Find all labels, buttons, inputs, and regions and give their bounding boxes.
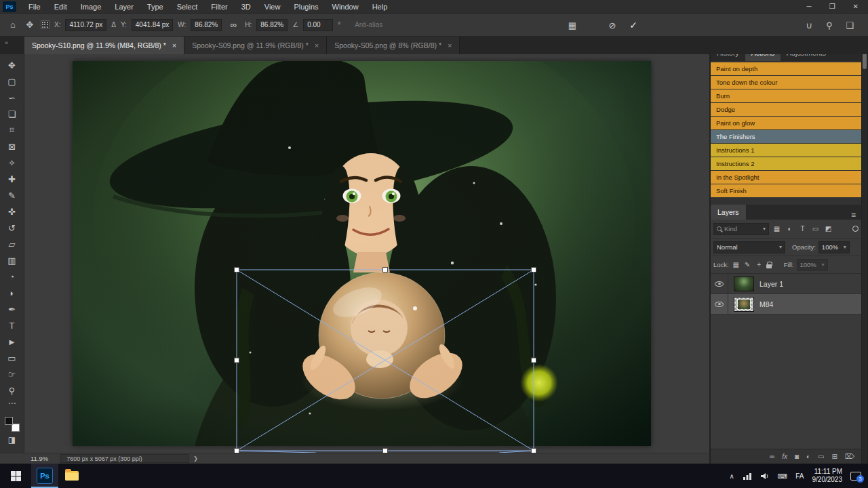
tool-button[interactable]: ▢ bbox=[2, 73, 22, 89]
tool-button[interactable]: ✜ bbox=[2, 203, 22, 220]
taskbar-clock[interactable]: 11:11 PM 9/20/2023 bbox=[812, 468, 843, 485]
action-item[interactable]: Burn bbox=[711, 89, 861, 102]
action-item[interactable]: Soft Finish bbox=[711, 184, 861, 197]
taskbar-explorer-button[interactable] bbox=[58, 464, 85, 488]
lock-position-icon[interactable]: + bbox=[755, 261, 764, 268]
cancel-transform-button[interactable]: ⊘ bbox=[606, 14, 619, 37]
tool-button[interactable]: ✎ bbox=[2, 187, 22, 203]
network-icon[interactable] bbox=[743, 472, 752, 480]
y-input[interactable]: 4041.84 px bbox=[132, 19, 174, 31]
filter-toggle-icon[interactable] bbox=[852, 226, 859, 232]
tool-button[interactable]: ✥ bbox=[2, 57, 22, 73]
layer-mask-icon[interactable]: ◙ bbox=[795, 453, 799, 460]
status-expand-icon[interactable]: ❯ bbox=[193, 455, 198, 462]
tool-button[interactable]: ⚲ bbox=[2, 382, 22, 399]
commit-transform-button[interactable]: ✓ bbox=[627, 14, 640, 37]
panel-menu-icon[interactable]: ≡ bbox=[851, 210, 861, 220]
action-item[interactable]: In the Spotlight bbox=[711, 171, 861, 184]
workspace-button[interactable]: ❏ bbox=[844, 14, 856, 37]
tool-button[interactable]: ↺ bbox=[2, 220, 22, 236]
fill-select[interactable]: 100% ▾ bbox=[797, 259, 828, 271]
delete-layer-icon[interactable]: ⌦ bbox=[845, 453, 854, 460]
angle-input[interactable]: 0.00 bbox=[303, 19, 333, 31]
snap-button[interactable]: ∪ bbox=[803, 14, 815, 37]
filter-adjustment-icon[interactable]: ◐ bbox=[785, 225, 795, 232]
hidden-icons-chevron[interactable]: ∧ bbox=[730, 472, 734, 480]
layer-name[interactable]: M84 bbox=[760, 300, 773, 308]
action-item[interactable]: Instructions 2 bbox=[711, 157, 861, 170]
delta-toggle[interactable]: Δ bbox=[111, 21, 116, 28]
link-layers-icon[interactable]: ∞ bbox=[770, 453, 774, 460]
menu-item[interactable]: Layer bbox=[108, 0, 140, 14]
tool-button[interactable]: T bbox=[2, 317, 22, 333]
menu-item[interactable]: Plugins bbox=[287, 0, 325, 14]
search-button[interactable]: ⚲ bbox=[823, 14, 835, 37]
lock-all-icon[interactable] bbox=[766, 264, 772, 268]
tool-button[interactable]: ✒ bbox=[2, 301, 22, 317]
toolbar-collapse-icon[interactable]: » bbox=[5, 39, 8, 46]
tool-button[interactable]: ☞ bbox=[2, 366, 22, 382]
layer-row[interactable]: Layer 1 bbox=[711, 274, 861, 294]
photoshop-logo[interactable]: Ps bbox=[3, 1, 16, 12]
layer-effects-icon[interactable]: fx bbox=[782, 453, 787, 460]
notification-center-icon[interactable]: 3 bbox=[850, 472, 861, 481]
tab-close-icon[interactable]: × bbox=[172, 41, 176, 49]
action-item[interactable]: Tone down the colour bbox=[711, 76, 861, 89]
x-input[interactable]: 4110.72 px bbox=[65, 19, 106, 31]
taskbar-photoshop-button[interactable]: Ps bbox=[31, 464, 58, 488]
volume-icon[interactable] bbox=[760, 472, 770, 480]
tool-button[interactable]: ✧ bbox=[2, 155, 22, 171]
tab-close-icon[interactable]: × bbox=[315, 41, 319, 49]
tool-button[interactable]: ◗ bbox=[2, 285, 22, 301]
tool-button[interactable]: ✚ bbox=[2, 171, 22, 187]
document-tab[interactable]: Spooky-S05.png @ 8% (RGB/8) * × bbox=[327, 37, 460, 54]
menu-item[interactable]: Window bbox=[326, 0, 366, 14]
new-layer-icon[interactable]: ⊞ bbox=[831, 453, 837, 460]
home-icon[interactable]: ⌂ bbox=[7, 20, 19, 30]
action-item[interactable]: Instructions 1 bbox=[711, 144, 861, 157]
tool-preset-icon[interactable]: ✥ bbox=[24, 20, 36, 30]
filter-shape-icon[interactable]: ▭ bbox=[810, 225, 821, 232]
warp-mode-button[interactable]: ▦ bbox=[566, 14, 578, 37]
touch-keyboard-icon[interactable]: ⌨ bbox=[778, 472, 787, 480]
start-button[interactable] bbox=[0, 464, 31, 488]
tool-button[interactable]: ∽ bbox=[2, 89, 22, 106]
tool-button[interactable]: ⊠ bbox=[2, 138, 22, 155]
action-item[interactable]: The Finishers bbox=[711, 130, 861, 143]
color-swatches[interactable] bbox=[4, 416, 20, 432]
menu-item[interactable]: File bbox=[22, 0, 47, 14]
layer-visibility-toggle[interactable] bbox=[711, 274, 728, 293]
menu-item[interactable]: View bbox=[258, 0, 288, 14]
edit-toolbar-icon[interactable]: ⋯ bbox=[8, 399, 16, 411]
filter-type-icon[interactable]: T bbox=[797, 225, 808, 232]
layer-visibility-toggle[interactable] bbox=[711, 294, 728, 314]
tab-layers[interactable]: Layers bbox=[711, 205, 746, 220]
zoom-level[interactable]: 11.9% bbox=[31, 455, 48, 462]
layer-name[interactable]: Layer 1 bbox=[760, 280, 783, 288]
minimize-button[interactable]: ─ bbox=[807, 3, 812, 10]
tool-button[interactable]: ▭ bbox=[2, 350, 22, 366]
menu-item[interactable]: 3D bbox=[235, 0, 258, 14]
menu-item[interactable]: Edit bbox=[47, 0, 74, 14]
tool-button[interactable]: ▱ bbox=[2, 236, 22, 252]
adjustment-layer-icon[interactable]: ◐ bbox=[806, 453, 810, 460]
tool-button[interactable]: ❏ bbox=[2, 106, 22, 122]
h-input[interactable]: 86.82% bbox=[256, 19, 288, 31]
new-group-icon[interactable]: ▭ bbox=[818, 453, 824, 460]
reference-point-selector[interactable] bbox=[41, 20, 50, 29]
tool-button[interactable]: ⌗ bbox=[2, 122, 22, 138]
tab-close-icon[interactable]: × bbox=[448, 41, 452, 49]
filter-kind-select[interactable]: Kind ▾ bbox=[713, 223, 769, 235]
lock-transparency-icon[interactable]: ▦ bbox=[732, 261, 741, 268]
layer-row-selected[interactable]: M84 bbox=[711, 294, 861, 314]
menu-item[interactable]: Filter bbox=[204, 0, 234, 14]
menu-item[interactable]: Type bbox=[140, 0, 170, 14]
panel-scrollbar[interactable] bbox=[862, 45, 867, 464]
action-item[interactable]: Paint on depth bbox=[711, 62, 861, 75]
layer-thumbnail[interactable] bbox=[734, 277, 754, 291]
tool-button[interactable]: ▥ bbox=[2, 252, 22, 268]
quick-mask-icon[interactable]: ◨ bbox=[8, 435, 16, 447]
menu-item[interactable]: Image bbox=[74, 0, 108, 14]
action-item[interactable]: Dodge bbox=[711, 103, 861, 116]
language-indicator[interactable]: FA bbox=[795, 472, 804, 480]
